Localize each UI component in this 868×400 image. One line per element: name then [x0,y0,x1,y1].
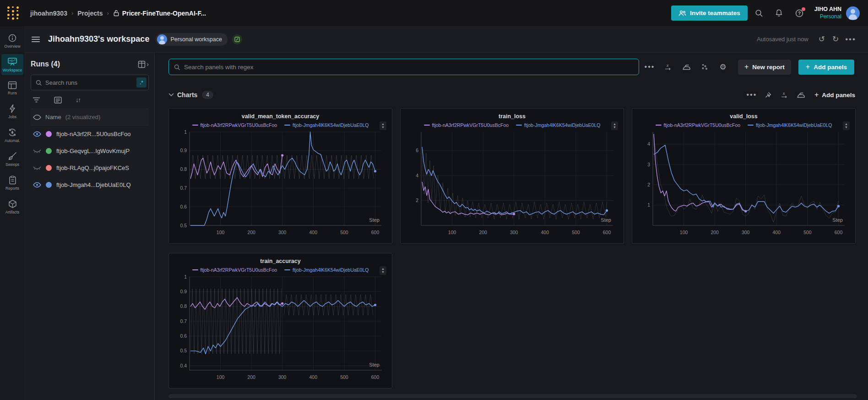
svg-text:0.5: 0.5 [180,223,187,228]
legend-entry[interactable]: ftjob-Jmgah4lK6K54wiDjebUaE0LQ [748,122,832,128]
table-icon [1,81,23,89]
legend-entry[interactable]: ftjob-nA3rf2RPwkVGrT5U0usBcFoo [424,122,509,128]
horizontal-scrollbar[interactable] [168,394,857,398]
notifications-bell-icon[interactable] [770,5,788,22]
runs-table-expand-button[interactable]: › [138,60,149,68]
eye-visible-icon[interactable] [33,182,41,188]
smoothing-iron-icon[interactable] [793,87,809,103]
grid-icon [138,60,146,68]
workspace-header: Jihoahn9303's workspace Personal workspa… [25,26,868,53]
sidebar-item-overview[interactable]: Overview [1,30,23,51]
panels-overflow-menu-icon[interactable]: ••• [642,59,657,75]
workspace-edit-icon[interactable] [232,34,242,44]
sidebar-item-workspace[interactable]: Workspace [1,54,23,75]
outliers-scatter-icon[interactable] [697,59,712,75]
sidebar-item-runs[interactable]: Runs [1,78,23,98]
sidebar-item-automat[interactable]: Automat. [1,125,23,146]
sidebar-item-label: Overview [1,44,23,49]
new-report-button[interactable]: + New report [738,60,791,75]
svg-text:x: x [782,91,785,96]
filter-icon[interactable] [33,97,40,103]
section-add-panels-label: Add panels [822,92,855,99]
chart-panel-valid-mean-token-accuracy[interactable]: valid_mean_token_accuracy ftjob-nA3rf2RP… [168,108,392,244]
eye-visible-icon[interactable] [33,131,41,137]
legend-entry[interactable]: ftjob-nA3rf2RPwkVGrT5U0usBcFoo [192,122,277,128]
regex-toggle-button[interactable]: .* [136,77,146,88]
invite-teammates-button[interactable]: Invite teammates [671,5,748,21]
workspace-scope-pill[interactable]: Personal workspace [156,33,228,46]
run-color-dot [46,131,52,137]
settings-gear-icon[interactable]: ⚙ [715,59,731,75]
section-overflow-menu-icon[interactable]: ••• [744,87,760,103]
sidebar-item-label: Artifacts [1,210,23,214]
run-row[interactable]: ftjob-RLAgQ...j0pajoFKCeS [31,159,149,176]
breadcrumb-project[interactable]: Pricer-FineTune-OpenAI-F... [113,10,206,17]
svg-text:?: ? [798,11,801,16]
sidebar-item-reports[interactable]: Reports [1,172,23,193]
legend-sort-button[interactable]: ▲▼ [380,121,386,130]
panel-search-input[interactable] [184,64,634,71]
run-row[interactable]: ftjob-Jmgah4...DjebUaE0LQ [31,176,149,193]
panel-search-box [168,59,639,75]
smoothing-iron-icon[interactable] [678,59,694,75]
search-runs-input[interactable] [45,79,136,86]
pin-icon[interactable] [760,87,776,103]
svg-text:0.6: 0.6 [180,204,187,209]
charts-section-title[interactable]: Charts [177,91,197,99]
sort-icon[interactable]: ↓↑ [76,96,80,104]
undo-icon[interactable]: ↺ [815,34,829,44]
legend-entry[interactable]: ftjob-Jmgah4lK6K54wiDjebUaE0LQ [516,122,600,128]
menu-hamburger-icon[interactable] [32,36,41,43]
chart-panel-train-accuracy[interactable]: train_accuracy ftjob-nA3rf2RPwkVGrT5U0us… [168,253,392,389]
x-axis-settings-icon[interactable]: x [777,87,792,103]
legend-entry[interactable]: ftjob-nA3rf2RPwkVGrT5U0usBcFoo [192,267,277,273]
chart-plot: 4321100200300400500600Step [637,129,851,240]
add-panels-button[interactable]: + Add panels [798,60,854,75]
chart-plot: 10.90.80.70.60.5100200300400500600Step [174,129,387,240]
svg-text:200: 200 [479,230,487,235]
chevron-down-icon[interactable] [168,93,174,97]
group-icon[interactable] [54,97,62,104]
legend-swatch [656,125,662,126]
panels-toolbar: ••• x ⚙ + New report [168,59,860,75]
chart-title: valid_loss [637,113,851,120]
legend-sort-button[interactable]: ▲▼ [843,121,850,130]
workspace-overflow-menu-icon[interactable]: ••• [842,35,859,44]
sidebar-item-sweeps[interactable]: Sweeps [1,148,23,170]
search-icon[interactable] [750,5,768,22]
user-avatar[interactable] [846,6,860,20]
legend-swatch [516,125,522,126]
redo-icon[interactable]: ↻ [829,34,842,44]
run-row[interactable]: ftjob-nA3rf2R...5U0usBcFoo [31,126,149,142]
sidebar-item-jobs[interactable]: Jobs [1,101,23,122]
wandb-logo-icon[interactable] [6,6,20,21]
run-name: ftjob-RLAgQ...j0pajoFKCeS [56,164,129,171]
breadcrumb-projects[interactable]: Projects [77,10,103,17]
legend-entry[interactable]: ftjob-Jmgah4lK6K54wiDjebUaE0LQ [284,122,369,128]
run-row[interactable]: ftjob-GeqvgL...IgWovKmujP [31,142,149,159]
help-icon[interactable]: ? [791,5,808,22]
main-content: ••• x ⚙ + New report [155,53,868,400]
sidebar-item-artifacts[interactable]: Artifacts [1,196,23,217]
breadcrumb-entity[interactable]: jihoahn9303 [30,10,67,17]
legend-entry[interactable]: ftjob-Jmgah4lK6K54wiDjebUaE0LQ [284,267,369,273]
svg-text:500: 500 [572,230,580,235]
eye-icon[interactable] [33,115,41,120]
run-color-dot [46,165,52,171]
x-axis-settings-icon[interactable]: x [660,59,676,75]
section-add-panels-button[interactable]: + Add panels [810,89,860,101]
legend-entry[interactable]: ftjob-nA3rf2RPwkVGrT5U0usBcFoo [656,122,740,128]
legend-sort-button[interactable]: ▲▼ [611,121,618,130]
eye-hidden-icon[interactable] [33,148,41,154]
user-menu[interactable]: JIHO AHN Personal [814,6,841,20]
sidebar-item-label: Reports [1,186,23,191]
chart-panel-valid-loss[interactable]: valid_loss ftjob-nA3rf2RPwkVGrT5U0usBcFo… [632,108,856,244]
svg-text:Step: Step [832,217,843,223]
chart-panel-train-loss[interactable]: train_loss ftjob-nA3rf2RPwkVGrT5U0usBcFo… [400,108,624,244]
chevron-right-icon: › [146,60,149,68]
eye-hidden-icon[interactable] [33,165,41,171]
chart-svg: 4321100200300400500600Step [637,129,850,238]
clipboard-icon [1,175,23,185]
legend-sort-button[interactable]: ▲▼ [380,266,386,275]
svg-text:400: 400 [309,374,318,380]
